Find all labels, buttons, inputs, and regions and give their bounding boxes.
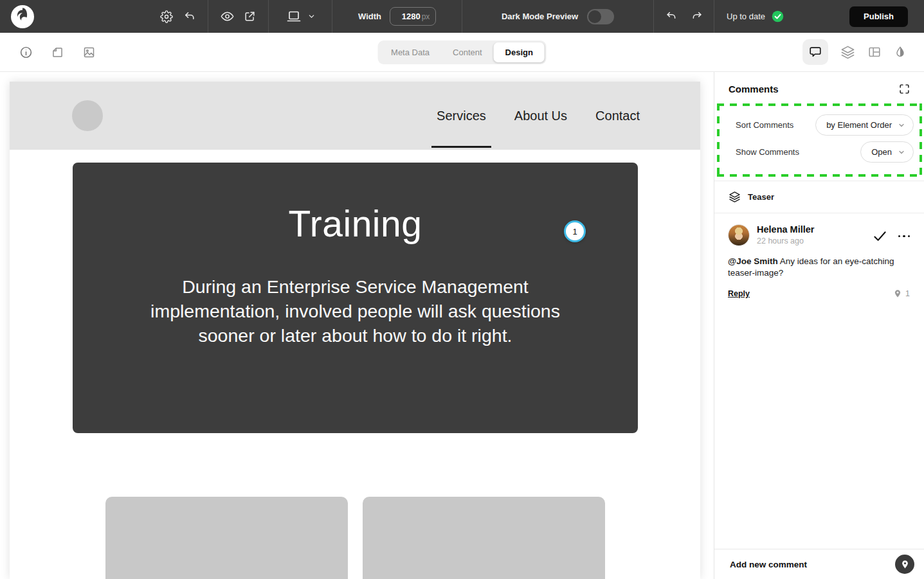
show-comments-label: Show Comments xyxy=(726,147,799,157)
tab-content[interactable]: Content xyxy=(441,42,494,62)
topbar-darkmode-section: Dark Mode Preview xyxy=(462,0,654,33)
layers-icon[interactable] xyxy=(840,45,855,60)
publish-button[interactable]: Publish xyxy=(849,6,908,27)
sync-status-label: Up to date xyxy=(727,12,765,21)
status-check-icon xyxy=(771,10,784,23)
preview-nav: Services About Us Contact xyxy=(437,82,640,150)
preview-image-row xyxy=(10,497,700,579)
top-bar: Width px Dark Mode Preview Up to date Pu… xyxy=(0,0,924,33)
resolve-check-icon[interactable] xyxy=(873,229,887,244)
preview-hero-section[interactable]: Training During an Enterprise Service Ma… xyxy=(73,163,638,433)
preview-site-header: Services About Us Contact xyxy=(10,82,700,150)
add-pin-icon[interactable] xyxy=(895,555,914,574)
comment-header: Helena Miller 22 hours ago xyxy=(728,224,910,246)
avatar xyxy=(728,224,750,246)
topbar-history-section xyxy=(654,0,714,33)
comments-tool-icon[interactable] xyxy=(802,39,828,65)
comment-author-block: Helena Miller 22 hours ago xyxy=(757,224,814,245)
editor-toolbar: Meta Data Content Design xyxy=(0,33,924,72)
layers-icon xyxy=(729,191,741,203)
width-label: Width xyxy=(358,12,381,21)
add-comment-bar: Add new comment xyxy=(714,549,924,579)
comments-panel-header: Comments xyxy=(714,72,924,103)
reply-link[interactable]: Reply xyxy=(728,289,750,298)
app-logo-icon[interactable] xyxy=(11,5,34,28)
hero-title: Training xyxy=(73,163,638,245)
add-comment-label[interactable]: Add new comment xyxy=(730,560,807,569)
sort-comments-label: Sort Comments xyxy=(726,120,793,130)
hero-body-text: During an Enterprise Service Management … xyxy=(134,274,577,348)
image-placeholder-1[interactable] xyxy=(105,497,348,579)
page-icon[interactable] xyxy=(51,46,64,59)
map-pin-icon xyxy=(893,289,902,298)
width-unit-label: px xyxy=(422,12,430,21)
sort-comments-value: by Element Order xyxy=(826,120,892,130)
preview-nav-services[interactable]: Services xyxy=(437,109,486,123)
chevron-down-icon xyxy=(898,121,905,129)
more-options-icon[interactable] xyxy=(898,233,910,240)
device-selector[interactable] xyxy=(269,0,332,33)
comment-author: Helena Miller xyxy=(757,224,814,235)
comments-panel: Comments Sort Comments by Element Order … xyxy=(714,72,924,579)
canvas-width-field[interactable]: px xyxy=(390,7,436,26)
history-redo-icon[interactable] xyxy=(691,10,703,22)
topbar-preview-section xyxy=(208,0,269,33)
sort-comments-row: Sort Comments by Element Order xyxy=(726,114,914,136)
image-placeholder-2[interactable] xyxy=(363,497,605,579)
preview-icon[interactable] xyxy=(221,10,234,23)
tab-design[interactable]: Design xyxy=(494,42,545,62)
tab-meta-data[interactable]: Meta Data xyxy=(379,42,441,62)
comment-pin-count[interactable]: 1 xyxy=(893,289,910,298)
canvas-width-input[interactable] xyxy=(396,12,421,21)
comment-body: @Joe Smith Any ideas for an eye-catching… xyxy=(728,256,910,278)
comment-pin-count-value: 1 xyxy=(905,289,910,298)
toolbar-left-icons xyxy=(0,46,96,59)
history-undo-icon[interactable] xyxy=(666,10,678,22)
preview-logo-placeholder[interactable] xyxy=(72,100,103,131)
section-teaser-label: Teaser xyxy=(748,192,774,202)
section-teaser[interactable]: Teaser xyxy=(714,181,924,213)
image-icon[interactable] xyxy=(82,46,96,59)
dark-mode-label: Dark Mode Preview xyxy=(502,12,578,21)
comment-item: Helena Miller 22 hours ago @Joe Smith An… xyxy=(714,213,924,298)
show-comments-row: Show Comments Open xyxy=(726,141,914,163)
preview-nav-about-us[interactable]: About Us xyxy=(514,109,567,123)
layout-icon[interactable] xyxy=(867,45,882,59)
comment-timestamp: 22 hours ago xyxy=(757,236,814,245)
show-comments-value: Open xyxy=(871,147,892,157)
toggle-knob xyxy=(588,10,601,23)
mode-tabs: Meta Data Content Design xyxy=(377,40,547,64)
comment-footer: Reply 1 xyxy=(728,289,910,298)
device-icon xyxy=(285,10,302,24)
comment-filters-highlight-box: Sort Comments by Element Order Show Comm… xyxy=(717,103,922,177)
preview-nav-contact[interactable]: Contact xyxy=(595,109,640,123)
info-icon[interactable] xyxy=(19,46,33,59)
comment-mention[interactable]: @Joe Smith xyxy=(728,256,778,266)
undo-icon[interactable] xyxy=(183,10,196,23)
topbar-logo-section xyxy=(0,0,208,33)
show-comments-dropdown[interactable]: Open xyxy=(860,141,914,163)
contrast-icon[interactable] xyxy=(894,46,907,58)
comments-panel-title: Comments xyxy=(729,84,779,94)
chevron-down-icon xyxy=(898,148,905,156)
chevron-down-icon xyxy=(307,12,316,21)
toolbar-right-icons xyxy=(802,39,924,65)
canvas-page: Services About Us Contact Training Durin… xyxy=(10,82,700,579)
expand-icon[interactable] xyxy=(899,84,910,94)
topbar-width-section: Width px xyxy=(332,0,462,33)
main-area: Services About Us Contact Training Durin… xyxy=(0,72,924,579)
dark-mode-toggle[interactable] xyxy=(587,9,614,24)
gear-icon[interactable] xyxy=(160,10,173,23)
panel-spacer xyxy=(714,298,924,549)
open-external-icon[interactable] xyxy=(244,10,256,22)
topbar-status-section: Up to date Publish xyxy=(714,0,924,33)
canvas-comment-pin[interactable]: 1 xyxy=(564,220,586,242)
sort-comments-dropdown[interactable]: by Element Order xyxy=(815,114,914,136)
comment-actions xyxy=(873,224,910,244)
